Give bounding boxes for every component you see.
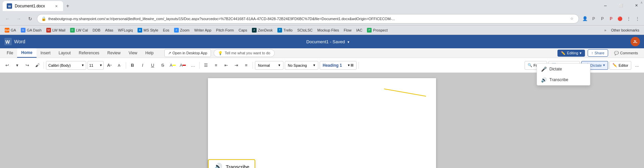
font-dropdown[interactable]: Calibri (Body) ▾ bbox=[46, 61, 86, 70]
strikethrough-button[interactable]: S bbox=[158, 61, 167, 70]
browser-settings[interactable]: ⋮ bbox=[633, 15, 641, 23]
bookmark-lw-mail[interactable]: M LW Mail bbox=[44, 27, 67, 33]
maximize-button[interactable]: ⬜ bbox=[613, 0, 629, 11]
transcribe-tooltip[interactable]: 🔊 Transcribe bbox=[208, 159, 255, 168]
bold-button[interactable]: B bbox=[128, 61, 137, 70]
bookmark-mockup[interactable]: Mockup Files bbox=[315, 27, 341, 33]
more-format-button[interactable]: … bbox=[189, 61, 197, 70]
minimize-button[interactable]: – bbox=[598, 0, 613, 11]
bookmark-zendesk[interactable]: Z ZenDesk bbox=[250, 27, 275, 33]
increase-indent-button[interactable]: ⇥ bbox=[232, 61, 240, 70]
format-painter-button[interactable]: 🖌 bbox=[33, 61, 42, 70]
tab-home[interactable]: Home bbox=[17, 48, 36, 58]
bookmark-caps[interactable]: Caps bbox=[236, 27, 249, 33]
undo-button[interactable]: ↩ bbox=[3, 61, 11, 70]
tab-close-button[interactable]: ✕ bbox=[54, 3, 59, 9]
bookmarks-more-button[interactable]: » bbox=[602, 27, 608, 33]
bookmark-favicon-ga: GA bbox=[5, 28, 9, 33]
bookmark-lw-cal[interactable]: C LW Cal bbox=[68, 27, 90, 33]
search-icon: 🔍 bbox=[528, 63, 532, 67]
bookmark-trello[interactable]: T Trello bbox=[275, 27, 294, 33]
separator-5 bbox=[359, 62, 359, 69]
dictate-menu-mic-icon: 🎤 bbox=[541, 66, 547, 72]
tab-layout[interactable]: Layout bbox=[55, 49, 75, 57]
more-tools-button[interactable]: ... bbox=[633, 61, 641, 70]
increase-font-button[interactable]: A+ bbox=[105, 61, 114, 70]
bookmark-ddb[interactable]: DDB bbox=[91, 27, 102, 33]
extension-btn-4[interactable]: 🔴 bbox=[616, 15, 624, 23]
bookmark-atlas[interactable]: Atlas bbox=[103, 27, 115, 33]
extension-btn-3[interactable]: P bbox=[607, 15, 615, 23]
bookmark-favicon-ga-dash: G bbox=[21, 28, 25, 33]
dictate-menu-item-dictate[interactable]: 🎤 Dictate bbox=[537, 64, 590, 74]
heading-dropdown-chevron: ▾ bbox=[348, 63, 350, 67]
tab-view[interactable]: View bbox=[124, 49, 141, 57]
tab-file[interactable]: File bbox=[3, 49, 17, 57]
other-bookmarks[interactable]: Other bookmarks bbox=[609, 27, 641, 33]
back-button[interactable]: ← bbox=[3, 14, 12, 23]
font-color-button[interactable]: A bbox=[178, 61, 187, 70]
new-tab-button[interactable]: + bbox=[63, 1, 72, 11]
tell-me-box[interactable]: 💡 Tell me what you want to do bbox=[214, 49, 275, 57]
share-button[interactable]: ↑ Share bbox=[588, 49, 608, 57]
user-avatar[interactable]: JL bbox=[631, 37, 640, 46]
url-text: theaboutgroup-my.sharepoint.com/:w:/r/pe… bbox=[48, 17, 569, 21]
decrease-font-button[interactable]: A- bbox=[115, 61, 124, 70]
bookmark-pitch-form[interactable]: Pitch Form bbox=[214, 27, 236, 33]
dictate-menu-item-transcribe[interactable]: 🔊 Transcribe bbox=[537, 74, 590, 85]
bookmark-ga[interactable]: GA GA bbox=[3, 27, 18, 33]
bookmark-ga-dash[interactable]: G GA Dash bbox=[19, 27, 44, 33]
redo-button[interactable]: ↪ bbox=[23, 61, 32, 70]
open-desktop-button[interactable]: ↗ Open in Desktop App bbox=[164, 49, 211, 57]
comments-button[interactable]: 💬 Comments bbox=[611, 50, 641, 57]
tab-references[interactable]: References bbox=[75, 49, 103, 57]
tab-review[interactable]: Review bbox=[103, 49, 124, 57]
bookmark-iac[interactable]: IAC bbox=[354, 27, 364, 33]
lock-icon: 🔒 bbox=[41, 16, 46, 21]
save-status-icon: ▾ bbox=[347, 40, 350, 44]
bookmark-zoom[interactable]: Z Zoom bbox=[172, 27, 192, 33]
bookmark-sctolsc[interactable]: SCtoLSC bbox=[295, 27, 315, 33]
bullets-button[interactable]: ☰ bbox=[202, 61, 210, 70]
document-page[interactable] bbox=[208, 78, 436, 168]
font-size-dropdown[interactable]: 11 ▾ bbox=[88, 61, 104, 70]
bookmark-prospect[interactable]: P Prospect bbox=[365, 27, 389, 33]
no-spacing-style-dropdown[interactable]: No Spacing ▾ bbox=[285, 61, 318, 70]
heading1-style-dropdown[interactable]: Heading 1 ▾ ⊞ bbox=[320, 61, 357, 70]
bookmark-writer-app[interactable]: Writer App bbox=[192, 27, 213, 33]
underline-button[interactable]: U bbox=[148, 61, 157, 70]
open-desktop-icon: ↗ bbox=[168, 51, 171, 55]
extensions-more[interactable]: ⋮ bbox=[625, 15, 633, 23]
editor-icon: ✏️ bbox=[612, 63, 617, 67]
bookmark-wflogiq[interactable]: WFLogiq bbox=[116, 27, 135, 33]
decrease-indent-button[interactable]: ⇤ bbox=[222, 61, 230, 70]
extension-btn-2[interactable]: P bbox=[598, 15, 606, 23]
editor-button[interactable]: ✏️ Editor bbox=[609, 61, 631, 70]
bookmark-ms-style[interactable]: ⊞ MS Style bbox=[136, 27, 160, 33]
paragraph-align-button[interactable]: ≡ bbox=[242, 61, 251, 70]
url-bar[interactable]: 🔒 theaboutgroup-my.sharepoint.com/:w:/r/… bbox=[37, 14, 579, 23]
active-tab[interactable]: W Document1.docx ✕ bbox=[3, 1, 63, 11]
highlight-icon: A bbox=[170, 63, 172, 68]
tab-bar: W Document1.docx ✕ + bbox=[3, 0, 72, 12]
separator-3 bbox=[199, 62, 200, 69]
undo-dropdown[interactable]: ▾ bbox=[13, 61, 21, 70]
star-icon[interactable]: ☆ bbox=[569, 16, 575, 21]
extension-btn-1[interactable]: P bbox=[590, 15, 598, 23]
document-area: 🎤 Dictate 🔊 Transcribe 🔊 Transcribe bbox=[0, 73, 644, 168]
italic-button[interactable]: I bbox=[138, 61, 147, 70]
highlight-color-button[interactable]: A bbox=[168, 61, 177, 70]
profile-button[interactable]: 👤 bbox=[581, 15, 589, 23]
forward-button[interactable]: → bbox=[14, 14, 23, 23]
numbering-button[interactable]: ≡ bbox=[212, 61, 220, 70]
tab-insert[interactable]: Insert bbox=[37, 49, 55, 57]
editing-button[interactable]: ✏️ Editing ▾ bbox=[557, 50, 585, 57]
separator-1 bbox=[44, 62, 44, 69]
reload-button[interactable]: ↻ bbox=[25, 14, 35, 23]
address-bar: ← → ↻ 🔒 theaboutgroup-my.sharepoint.com/… bbox=[0, 12, 644, 25]
normal-style-dropdown[interactable]: Normal ▾ bbox=[255, 61, 283, 70]
bookmark-flow[interactable]: Flow bbox=[342, 27, 354, 33]
tab-help[interactable]: Help bbox=[141, 49, 158, 57]
bookmark-eos[interactable]: Eos bbox=[161, 27, 171, 33]
lightbulb-icon: 💡 bbox=[218, 51, 223, 55]
